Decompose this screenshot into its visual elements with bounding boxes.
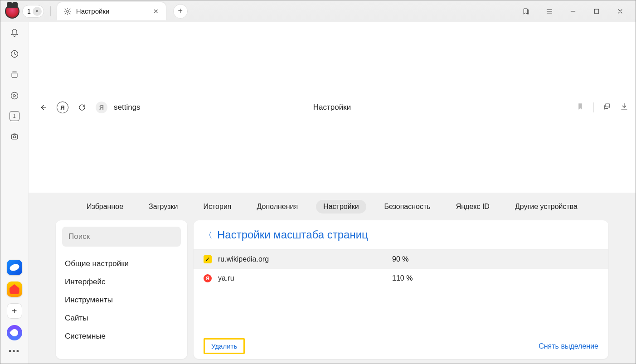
- svg-rect-5: [11, 135, 17, 139]
- search-placeholder: Поиск: [68, 232, 90, 241]
- chevron-down-icon[interactable]: ▾: [33, 7, 42, 16]
- yandex-home-button[interactable]: Я: [57, 102, 68, 113]
- svg-point-6: [13, 136, 15, 138]
- settings-search-input[interactable]: Поиск: [62, 227, 181, 247]
- window-minimize-button[interactable]: [567, 5, 579, 18]
- zoom-row[interactable]: Я ya.ru 110 %: [194, 269, 608, 288]
- prefs-tab-security[interactable]: Безопасность: [377, 200, 438, 214]
- prefs-tab-yandex-id[interactable]: Яндекс ID: [449, 200, 497, 214]
- pinned-app-2[interactable]: [7, 281, 22, 297]
- history-icon[interactable]: [9, 49, 20, 59]
- sidebar-item-system[interactable]: Системные: [62, 327, 181, 345]
- play-icon[interactable]: [9, 90, 20, 101]
- tab-close-button[interactable]: ✕: [152, 8, 160, 15]
- prefs-tab-other-devices[interactable]: Другие устройства: [508, 200, 585, 214]
- prefs-tab-history[interactable]: История: [196, 200, 238, 214]
- prefs-tab-downloads[interactable]: Загрузки: [141, 200, 185, 214]
- reload-button[interactable]: [75, 100, 89, 115]
- yandex-favicon-icon: Я: [204, 274, 212, 282]
- window-close-button[interactable]: [614, 5, 626, 18]
- checkbox-checked-icon[interactable]: ✓: [204, 255, 212, 263]
- downloads-icon[interactable]: [620, 102, 628, 112]
- prefs-tab-addons[interactable]: Дополнения: [250, 200, 306, 214]
- zoom-row-domain: ru.wikipedia.org: [218, 255, 386, 263]
- url-text[interactable]: settings: [114, 103, 141, 112]
- separator: [593, 102, 594, 112]
- window-titlebar: 1 ▾ Настройки ✕ +: [0, 0, 636, 22]
- sidebar-item-tools[interactable]: Инструменты: [62, 291, 181, 309]
- separator: [50, 6, 51, 16]
- tab-count-pill[interactable]: 1 ▾: [22, 5, 44, 18]
- screenshot-icon[interactable]: [9, 131, 20, 142]
- sidebar-item-general[interactable]: Общие настройки: [62, 255, 181, 273]
- tab-counter-icon[interactable]: 1: [10, 111, 19, 121]
- svg-point-4: [11, 92, 18, 99]
- prefs-top-tabs: Избранное Загрузки История Дополнения На…: [29, 193, 636, 220]
- svg-rect-1: [594, 9, 598, 13]
- settings-footer: Удалить Снять выделение: [194, 333, 608, 359]
- settings-section-title: Настройки масштаба страниц: [217, 228, 368, 241]
- delete-button[interactable]: Удалить: [204, 338, 245, 354]
- zoom-row-value: 110 %: [392, 274, 413, 282]
- sidebar-item-sites[interactable]: Сайты: [62, 309, 181, 327]
- deselect-link[interactable]: Снять выделение: [539, 342, 598, 350]
- feedback-icon[interactable]: [603, 102, 611, 112]
- settings-main-panel: 〈 Настройки масштаба страниц ✓ ru.wikipe…: [194, 220, 608, 359]
- browser-side-rail: 1 + •••: [0, 22, 29, 364]
- settings-sidebar: Поиск Общие настройки Интерфейс Инструме…: [56, 220, 187, 359]
- more-icon[interactable]: •••: [9, 347, 20, 356]
- chevron-left-icon: 〈: [204, 229, 213, 241]
- tab-count-number: 1: [27, 8, 31, 15]
- tab-counter-value: 1: [13, 113, 15, 119]
- svg-rect-3: [12, 73, 17, 78]
- bookmarks-icon[interactable]: [519, 5, 532, 18]
- new-tab-button[interactable]: +: [173, 4, 188, 19]
- zoom-row-value: 90 %: [392, 255, 408, 263]
- zoom-row-domain: ya.ru: [218, 274, 386, 282]
- prefs-tab-settings[interactable]: Настройки: [316, 200, 366, 214]
- settings-breadcrumb[interactable]: 〈 Настройки масштаба страниц: [194, 220, 608, 246]
- back-button[interactable]: [36, 100, 50, 115]
- address-bar: Я Я settings Настройки: [29, 22, 636, 193]
- window-maximize-button[interactable]: [590, 5, 603, 18]
- svg-point-0: [67, 10, 69, 12]
- alice-assistant-button[interactable]: [7, 325, 22, 340]
- gear-icon: [63, 7, 72, 15]
- collections-icon[interactable]: [9, 69, 20, 80]
- notifications-icon[interactable]: [9, 28, 20, 39]
- browser-tab-active[interactable]: Настройки ✕: [57, 2, 166, 20]
- site-identity-icon[interactable]: Я: [96, 102, 107, 113]
- pinned-app-1[interactable]: [7, 260, 22, 275]
- profile-avatar[interactable]: [5, 4, 19, 19]
- page-title: Настройки: [313, 103, 351, 112]
- menu-icon[interactable]: [543, 5, 556, 18]
- sidebar-item-interface[interactable]: Интерфейс: [62, 273, 181, 291]
- zoom-row[interactable]: ✓ ru.wikipedia.org 90 %: [194, 250, 608, 269]
- tab-title: Настройки: [76, 7, 148, 15]
- add-pinned-app-button[interactable]: +: [7, 303, 22, 319]
- bookmark-icon[interactable]: [576, 102, 584, 112]
- prefs-tab-favorites[interactable]: Избранное: [79, 200, 131, 214]
